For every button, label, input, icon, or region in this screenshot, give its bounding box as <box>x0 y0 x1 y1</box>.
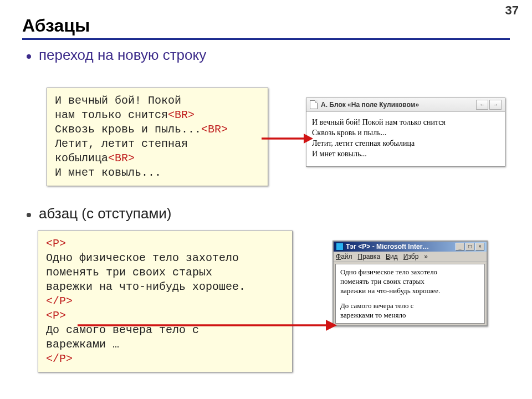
preview-tab-bar: А. Блок «На поле Куликовом» ← → <box>306 98 505 112</box>
nav-back-button[interactable]: ← <box>476 100 488 110</box>
bullet-dot-icon <box>27 54 31 59</box>
bullet-newline-text: переход на новую строку <box>39 47 206 64</box>
preview-tab-title: А. Блок «На поле Куликовом» <box>321 101 419 109</box>
title-underline <box>22 38 510 40</box>
nav-forward-button[interactable]: → <box>489 100 502 110</box>
minimize-button[interactable]: _ <box>456 243 464 250</box>
arrow-icon <box>260 130 313 147</box>
para-line: варежками то меняло <box>340 311 480 320</box>
page-number: 37 <box>505 3 519 18</box>
menu-edit[interactable]: Правка <box>358 253 381 260</box>
para-line: варежки на что-нибудь хорошее. <box>340 287 480 296</box>
ie-window-title: Тэг <P> - Microsoft Inter… <box>346 243 429 250</box>
bullet-paragraph: абзац (с отступами) <box>27 205 171 222</box>
para-line: Одно физическое тело захотело <box>340 268 480 277</box>
ie-titlebar: Тэг <P> - Microsoft Inter… _ □ × <box>334 242 487 252</box>
poem-line: Летит, летит степная кобылица <box>312 139 499 149</box>
close-button[interactable]: × <box>475 243 484 250</box>
page-icon <box>310 100 318 109</box>
menu-fav[interactable]: Избр <box>403 253 419 260</box>
ie-menu-bar: ФФайлайл Правка Вид Избр » <box>334 252 487 262</box>
maximize-button[interactable]: □ <box>466 243 474 250</box>
poem-line: И мнет ковыль... <box>312 149 499 160</box>
preview-body: И вечный бой! Покой нам только снится Ск… <box>306 112 505 166</box>
ie-content: Одно физическое тело захотело поменять т… <box>335 264 485 324</box>
poem-line: Сквозь кровь и пыль... <box>312 128 499 139</box>
menu-more[interactable]: » <box>424 253 428 260</box>
slide-title: Абзацы <box>22 16 532 36</box>
code-block-p: <P> Одно физическое тело захотело поменя… <box>38 231 293 372</box>
para-line: До самого вечера тело с <box>340 301 480 311</box>
bullet-newline: переход на новую строку <box>27 47 532 64</box>
code-block-br: И вечный бой! Покой нам только снится<BR… <box>47 88 268 186</box>
browser-preview-poem: А. Блок «На поле Куликовом» ← → И вечный… <box>306 98 505 167</box>
menu-view[interactable]: Вид <box>386 253 398 260</box>
bullet-paragraph-text: абзац (с отступами) <box>39 205 171 222</box>
menu-file[interactable]: ФФайлайл <box>336 253 352 260</box>
ie-icon <box>336 243 344 250</box>
para-line: поменять три своих старых <box>340 277 480 287</box>
bullet-dot-icon <box>27 213 31 217</box>
ie-window: Тэг <P> - Microsoft Inter… _ □ × ФФайлай… <box>332 241 488 326</box>
poem-line: И вечный бой! Покой нам только снится <box>312 117 499 128</box>
